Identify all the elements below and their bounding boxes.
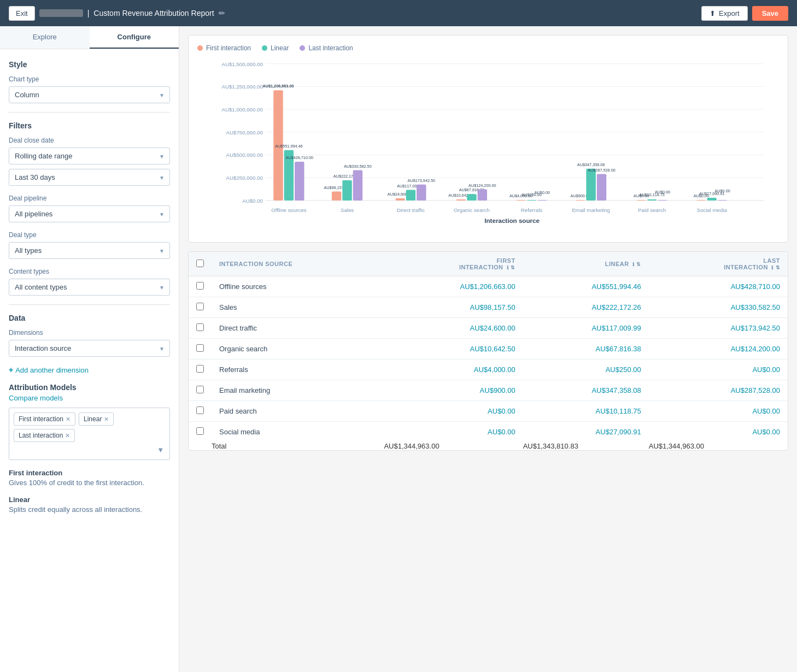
svg-rect-42 [516,200,525,201]
compare-models-link[interactable]: Compare models [9,394,170,402]
row-checkbox-0[interactable] [196,282,204,290]
svg-text:AU$287,528.00: AU$287,528.00 [588,168,616,173]
chart-type-group: Chart type Column ▼ [9,75,170,103]
row-checkbox-cell [189,339,212,359]
total-first: AU$1,344,963.00 [384,442,523,450]
svg-rect-46 [537,200,547,201]
model-tag-last-close[interactable]: ✕ [65,432,70,439]
data-section-title: Data [9,314,170,322]
model-tag-linear-close[interactable]: ✕ [104,416,109,423]
table-row: Sales AU$98,157.50 AU$222,172.26 AU$330,… [189,297,788,318]
row-checkbox-6[interactable] [196,406,204,414]
date-range-select[interactable]: Last 30 days [9,169,170,186]
first-sort-icon[interactable]: ⇅ [511,265,515,270]
svg-text:Offline sources: Offline sources [271,207,307,213]
svg-rect-63 [696,200,706,201]
row-last-4: AU$0.00 [649,359,788,380]
svg-rect-18 [295,162,304,201]
style-section-title: Style [9,60,170,69]
svg-rect-21 [332,191,341,200]
save-button[interactable]: Save [752,6,788,21]
linear-sort-icon[interactable]: ⇅ [636,262,641,267]
add-dimension-button[interactable]: + Add another dimension [9,366,89,374]
svg-text:Sales: Sales [341,207,354,213]
deal-close-date-group: Deal close date Rolling date range ▼ Las… [9,137,170,186]
table-row: Direct traffic AU$24,600.00 AU$117,009.9… [189,318,788,339]
svg-text:AU$500,000.00: AU$500,000.00 [226,152,263,158]
svg-rect-58 [647,199,657,201]
tab-configure[interactable]: Configure [90,26,179,49]
row-first-7: AU$0.00 [384,422,523,443]
deal-pipeline-select-wrapper: All pipelines ▼ [9,205,170,222]
linear-desc: Splits credit equally across all interac… [9,505,170,514]
row-checkbox-2[interactable] [196,323,204,331]
table-row: Offline sources AU$1,206,663.00 AU$551,9… [189,276,788,297]
row-checkbox-5[interactable] [196,386,204,393]
first-interaction-desc: Gives 100% of credit to the first intera… [9,479,170,487]
tab-explore[interactable]: Explore [0,26,90,49]
row-last-5: AU$287,528.00 [649,380,788,401]
total-last: AU$1,344,963.00 [649,442,788,450]
chart-type-label: Chart type [9,75,170,83]
divider-style-filters [9,112,170,113]
row-checkbox-3[interactable] [196,344,204,352]
deal-pipeline-group: Deal pipeline All pipelines ▼ [9,194,170,222]
row-checkbox-7[interactable] [196,427,204,435]
model-tag-first: First interaction ✕ [14,412,75,426]
linear-description: Linear Splits credit equally across all … [9,496,170,514]
table-header-row: INTERACTION SOURCE FIRSTINTERACTION ℹ ⇅ … [189,252,788,276]
models-dropdown-arrow-icon[interactable]: ▼ [157,446,164,454]
total-label: Total [212,442,384,450]
chart-type-select[interactable]: Column [9,86,170,103]
col-linear: LINEAR ℹ ⇅ [523,252,649,276]
row-checkbox-1[interactable] [196,303,204,310]
content-types-select-wrapper: All content types ▼ [9,279,170,296]
svg-text:AU$250,000.00: AU$250,000.00 [226,175,263,181]
model-tag-linear-label: Linear [84,415,102,423]
deal-close-date-label: Deal close date [9,137,170,144]
svg-text:AU$1,206,663.00: AU$1,206,663.00 [263,84,294,89]
row-source-6: Paid search [212,401,384,422]
header-checkbox-cell [189,252,212,276]
row-first-1: AU$98,157.50 [384,297,523,318]
select-all-checkbox[interactable] [196,260,204,267]
svg-rect-44 [527,200,536,201]
svg-text:Interaction source: Interaction source [484,217,540,224]
row-checkbox-4[interactable] [196,365,204,373]
svg-rect-28 [395,198,405,201]
last-sort-icon[interactable]: ⇅ [776,265,781,270]
deal-type-select[interactable]: All types [9,242,170,259]
divider-filters-data [9,304,170,305]
chart-container: First interaction Linear Last interactio… [188,35,788,243]
svg-text:AU$428,710.00: AU$428,710.00 [286,155,314,160]
model-tag-last-label: Last interaction [19,432,63,439]
dimensions-select[interactable]: Interaction source [9,340,170,357]
table-container: INTERACTION SOURCE FIRSTINTERACTION ℹ ⇅ … [188,251,788,451]
row-first-3: AU$10,642.50 [384,339,523,359]
svg-text:AU$1,500,000.00: AU$1,500,000.00 [221,61,263,67]
row-last-0: AU$428,710.00 [649,276,788,297]
deal-pipeline-select[interactable]: All pipelines [9,205,170,222]
row-checkbox-cell [189,422,212,443]
model-tag-first-close[interactable]: ✕ [66,416,71,423]
svg-text:AU$0.00: AU$0.00 [535,190,550,195]
title-separator: | [87,9,90,17]
col-source: INTERACTION SOURCE [212,252,384,276]
row-checkbox-cell [189,297,212,318]
exit-button[interactable]: Exit [9,6,35,21]
legend-first-dot [197,45,203,51]
linear-info-icon: ℹ [632,262,635,267]
row-linear-4: AU$250.00 [523,359,649,380]
row-first-4: AU$4,000.00 [384,359,523,380]
row-checkbox-cell [189,359,212,380]
chart-legend: First interaction Linear Last interactio… [197,44,779,52]
models-box: First interaction ✕ Linear ✕ Last intera… [9,408,170,460]
content-types-select[interactable]: All content types [9,279,170,296]
deal-close-date-select[interactable]: Rolling date range [9,148,170,164]
report-title: Custom Revenue Attribution Report [93,9,214,17]
export-button[interactable]: ⬆ Export [701,6,748,21]
model-tag-linear: Linear ✕ [79,412,114,426]
row-checkbox-cell [189,276,212,297]
edit-icon[interactable]: ✏ [219,9,225,17]
linear-name: Linear [9,496,170,504]
